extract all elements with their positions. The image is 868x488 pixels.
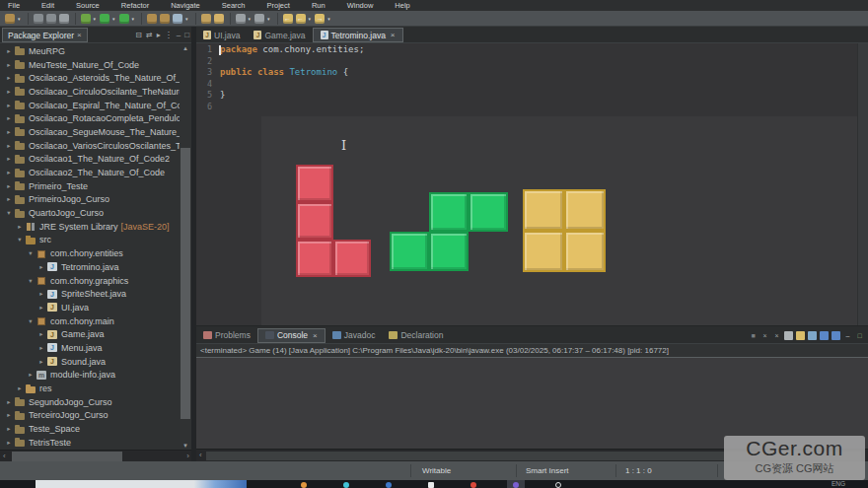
tree-item-com-chony-entities[interactable]: ▾com.chony.entities: [0, 246, 180, 260]
chevron-right-icon[interactable]: ▸: [16, 223, 24, 231]
scroll-left-icon[interactable]: ‹: [199, 450, 202, 461]
dropdown-caret-icon[interactable]: ▾: [18, 16, 21, 22]
tree-item-segundojogo-curso[interactable]: ▸SegundoJogo_Curso: [0, 395, 180, 409]
chevron-down-icon[interactable]: ▾: [27, 249, 35, 257]
chevron-down-icon[interactable]: ▾: [16, 236, 24, 244]
scroll-down-icon[interactable]: ▾: [180, 442, 191, 450]
chevron-right-icon[interactable]: ▸: [5, 155, 13, 163]
chevron-right-icon[interactable]: ▸: [5, 182, 13, 190]
chevron-right-icon[interactable]: ▸: [5, 114, 13, 122]
minimize-icon[interactable]: –: [177, 31, 181, 39]
dropdown-caret-icon[interactable]: ▾: [327, 16, 330, 22]
scroll-up-icon[interactable]: ▴: [180, 44, 191, 52]
chevron-right-icon[interactable]: ▸: [5, 47, 13, 55]
tree-item-jre-system-library[interactable]: ▸JRE System Library[JavaSE-20]: [0, 220, 180, 234]
menu-edit[interactable]: Edit: [41, 1, 54, 10]
menu-refactor[interactable]: Refactor: [121, 1, 149, 10]
taskbar-app-orange[interactable]: [301, 482, 307, 488]
tree-item-terceirojogo-curso[interactable]: ▸TerceiroJogo_Curso: [0, 409, 180, 423]
taskbar-search[interactable]: [555, 482, 561, 488]
chevron-right-icon[interactable]: ▸: [5, 61, 13, 69]
menu-project[interactable]: Project: [267, 1, 290, 10]
chevron-right-icon[interactable]: ▸: [5, 88, 13, 96]
menu-navigate[interactable]: Navigate: [171, 1, 200, 10]
maximize-icon[interactable]: □: [184, 31, 189, 39]
minimize-icon[interactable]: –: [843, 331, 852, 340]
next-annotation-icon[interactable]: [236, 14, 246, 24]
tree-item-oscilacao-seguemouse-the-nature-of-c[interactable]: ▸Oscilacao_SegueMouse_The_Nature_Of_C: [0, 125, 180, 139]
pin-console-icon[interactable]: [820, 331, 829, 340]
tab-game-java[interactable]: JGame.java: [247, 28, 312, 42]
save-icon[interactable]: [34, 14, 43, 24]
tree-item-game-java[interactable]: ▸JGame.java: [0, 327, 180, 341]
tab-javadoc[interactable]: Javadoc: [326, 328, 383, 343]
taskbar-app-red[interactable]: [470, 482, 476, 488]
window-thumbnail[interactable]: [36, 480, 247, 488]
package-explorer-horizontal-scrollbar[interactable]: ‹ ›: [0, 450, 192, 461]
clear-console-icon[interactable]: [784, 331, 793, 340]
dropdown-caret-icon[interactable]: ▾: [112, 16, 115, 22]
tree-item-src[interactable]: ▾src: [0, 234, 180, 247]
word-wrap-icon[interactable]: [808, 331, 817, 340]
tree-item-sound-java[interactable]: ▸JSound.java: [0, 355, 180, 369]
menu-source[interactable]: Source: [76, 1, 100, 10]
tree-item-oscilacao-asteroids-the-nature-of-cod[interactable]: ▸Oscilacao_Asteroids_The_Nature_Of_Cod: [0, 71, 180, 85]
taskbar-app-purple[interactable]: [513, 482, 519, 488]
chevron-right-icon[interactable]: ▸: [37, 344, 45, 352]
focus-icon[interactable]: ▸: [157, 31, 161, 39]
terminate-icon[interactable]: ■: [749, 331, 758, 340]
print-icon[interactable]: [59, 14, 69, 24]
tab-problems[interactable]: Problems: [196, 328, 257, 343]
dropdown-caret-icon[interactable]: ▾: [309, 16, 312, 22]
search-icon[interactable]: [214, 14, 224, 24]
taskbar-app-cyan[interactable]: [343, 482, 349, 488]
maximize-icon[interactable]: □: [855, 331, 864, 340]
close-icon[interactable]: ×: [391, 31, 396, 39]
chevron-right-icon[interactable]: ▸: [5, 195, 13, 203]
chevron-right-icon[interactable]: ▸: [37, 304, 45, 312]
scrollbar-thumb[interactable]: [12, 452, 122, 461]
tree-item-spritesheet-java[interactable]: ▸JSpriteSheet.java: [0, 287, 180, 301]
scrollbar-thumb[interactable]: [181, 148, 190, 419]
tree-item-module-info-java[interactable]: ▸mmodule-info.java: [0, 369, 180, 383]
remove-launch-icon[interactable]: ×: [760, 331, 769, 340]
tab-tetromino-java[interactable]: JTetromino.java×: [313, 28, 403, 42]
scroll-lock-icon[interactable]: [796, 331, 805, 340]
chevron-right-icon[interactable]: ▸: [37, 290, 45, 298]
chevron-right-icon[interactable]: ▸: [5, 74, 13, 82]
tree-item-oscilacao-espiral-the-nature-of-code[interactable]: ▸Oscilacao_Espiral_The_Nature_Of_Code: [0, 99, 180, 112]
remove-all-launches-icon[interactable]: ×: [772, 331, 781, 340]
chevron-down-icon[interactable]: ▾: [5, 209, 13, 217]
dropdown-caret-icon[interactable]: ▾: [267, 16, 270, 22]
tab-declaration[interactable]: Declaration: [382, 328, 450, 343]
coverage-icon[interactable]: [119, 14, 129, 24]
back-icon[interactable]: ←: [296, 14, 306, 24]
chevron-right-icon[interactable]: ▸: [27, 371, 35, 379]
chevron-down-icon[interactable]: ▾: [27, 317, 35, 325]
tab-ui-java[interactable]: JUI.java: [196, 28, 247, 42]
tree-item-ui-java[interactable]: ▸JUI.java: [0, 301, 180, 314]
menu-help[interactable]: Help: [395, 1, 409, 10]
display-selected-console-icon[interactable]: [832, 331, 840, 340]
new-package-icon[interactable]: [160, 14, 170, 24]
tree-item-primeirojogo-curso[interactable]: ▸PrimeiroJogo_Curso: [0, 193, 180, 207]
tree-item-oscilacao2-the-nature-of-code[interactable]: ▸Oscilacao2_The_Nature_Of_Code: [0, 166, 180, 179]
tree-item-menu-java[interactable]: ▸JMenu.java: [0, 341, 180, 355]
run-icon[interactable]: [100, 14, 109, 24]
menu-file[interactable]: File: [8, 1, 20, 10]
tree-item-meurpg[interactable]: ▸MeuRPG: [0, 44, 180, 58]
chevron-right-icon[interactable]: ▸: [37, 263, 45, 271]
dropdown-caret-icon[interactable]: ▾: [185, 16, 188, 22]
dropdown-caret-icon[interactable]: ▾: [132, 16, 135, 22]
taskbar-app-white[interactable]: [428, 482, 434, 488]
last-edit-location-icon[interactable]: ←: [283, 14, 293, 24]
tree-item-oscilacao-varioscirculososcilantes-then[interactable]: ▸Oscilacao_VariosCirculosOscilantes_TheN: [0, 139, 180, 153]
menu-search[interactable]: Search: [222, 1, 246, 10]
dropdown-caret-icon[interactable]: ▾: [94, 16, 97, 22]
new-class-icon[interactable]: [173, 14, 182, 24]
tree-item-primeiro-teste[interactable]: ▸Primeiro_Teste: [0, 179, 180, 193]
tree-item-res[interactable]: ▸res: [0, 382, 180, 395]
chevron-right-icon[interactable]: ▸: [16, 384, 24, 392]
collapse-all-icon[interactable]: ⊟: [135, 31, 142, 39]
chevron-right-icon[interactable]: ▸: [5, 411, 13, 419]
